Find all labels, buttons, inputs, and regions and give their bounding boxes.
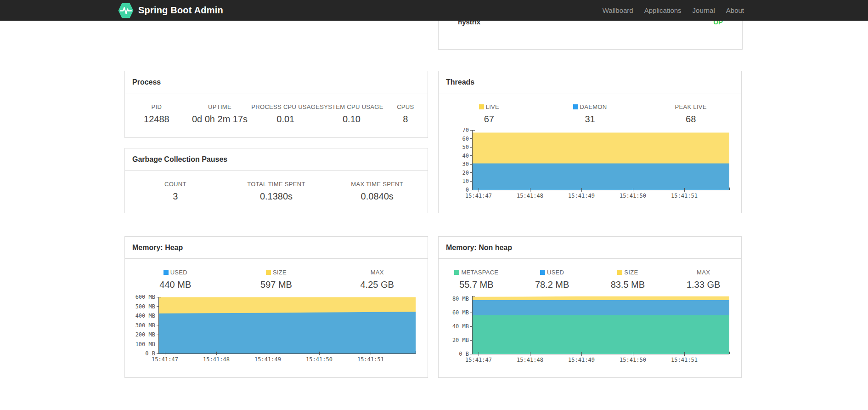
metric-label: SYSTEM CPU USAGE xyxy=(320,103,383,110)
svg-text:0 B: 0 B xyxy=(459,351,469,357)
legend-swatch-daemon xyxy=(573,104,578,109)
svg-text:20: 20 xyxy=(462,170,469,176)
metric-heap-max: MAX 4.25 GB xyxy=(327,269,428,290)
metric-value: 0.1380s xyxy=(226,191,327,202)
svg-text:15:41:49: 15:41:49 xyxy=(568,193,595,199)
threads-card-header: Threads xyxy=(439,71,741,93)
svg-text:10: 10 xyxy=(462,178,469,184)
metric-label: SIZE xyxy=(226,269,327,276)
metric-metaspace: METASPACE 55.7 MB xyxy=(439,269,514,290)
memory-nonheap-chart: 0 B20 MB40 MB60 MB80 MB15:41:4715:41:481… xyxy=(439,294,735,368)
gc-metrics: COUNT 3 TOTAL TIME SPENT 0.1380s MAX TIM… xyxy=(125,171,428,202)
svg-text:0 B: 0 B xyxy=(145,350,155,357)
metric-value: 8 xyxy=(383,114,428,125)
metric-label: CPUS xyxy=(383,103,428,110)
metric-label: PEAK LIVE xyxy=(640,103,741,110)
metric-value: 3 xyxy=(125,191,226,202)
card-title: Memory: Non heap xyxy=(446,244,512,251)
metric-value: 0.01 xyxy=(251,114,320,125)
metric-gc-total-time: TOTAL TIME SPENT 0.1380s xyxy=(226,181,327,202)
metric-value: 78.2 MB xyxy=(514,279,590,290)
metric-system-cpu-usage: SYSTEM CPU USAGE 0.10 xyxy=(320,103,383,125)
legend-swatch-used xyxy=(163,270,169,275)
metric-value: 55.7 MB xyxy=(439,279,514,290)
process-card-header: Process xyxy=(125,71,428,93)
svg-text:15:41:48: 15:41:48 xyxy=(517,193,543,199)
metric-value: 12488 xyxy=(125,114,188,125)
metric-value: 31 xyxy=(540,114,641,125)
metric-label: COUNT xyxy=(125,181,226,188)
svg-text:15:41:48: 15:41:48 xyxy=(203,356,230,363)
svg-text:0: 0 xyxy=(466,187,469,193)
card-title: Threads xyxy=(446,78,474,86)
svg-text:200 MB: 200 MB xyxy=(135,331,155,338)
metric-value: 440 MB xyxy=(125,279,226,290)
svg-text:80 MB: 80 MB xyxy=(452,296,469,302)
svg-text:600 MB: 600 MB xyxy=(135,295,155,300)
nonheap-card-header: Memory: Non heap xyxy=(439,237,741,259)
metric-nonheap-max: MAX 1.33 GB xyxy=(665,269,741,290)
brand[interactable]: Spring Boot Admin xyxy=(118,0,223,21)
svg-text:15:41:51: 15:41:51 xyxy=(671,357,698,363)
metric-value: 67 xyxy=(439,114,540,125)
svg-text:300 MB: 300 MB xyxy=(135,322,155,329)
metric-live-threads: LIVE 67 xyxy=(439,103,540,125)
svg-text:60 MB: 60 MB xyxy=(452,309,469,316)
threads-card: Threads LIVE 67 DAEMON 31 PEAK LIVE 68 0… xyxy=(438,71,742,213)
metric-value: 0d 0h 2m 17s xyxy=(188,114,252,125)
metric-value: 83.5 MB xyxy=(590,279,666,290)
memory-nonheap-card: Memory: Non heap METASPACE 55.7 MB USED … xyxy=(438,236,742,378)
svg-text:70: 70 xyxy=(462,128,469,133)
svg-text:60: 60 xyxy=(462,136,469,142)
threads-chart: 01020304050607015:41:4715:41:4815:41:491… xyxy=(439,128,735,204)
metric-label: MAX xyxy=(327,269,428,276)
metric-nonheap-size: SIZE 83.5 MB xyxy=(590,269,666,290)
pulse-hexagon-logo-icon xyxy=(118,3,134,18)
nav-link-journal[interactable]: Journal xyxy=(687,6,721,14)
metric-label: UPTIME xyxy=(188,103,252,110)
heap-legend: USED 440 MB SIZE 597 MB MAX 4.25 GB xyxy=(125,259,428,290)
svg-text:100 MB: 100 MB xyxy=(135,341,155,347)
metric-label: LIVE xyxy=(439,103,540,110)
nav-link-about[interactable]: About xyxy=(721,6,750,14)
metric-label: DAEMON xyxy=(540,103,641,110)
metric-label: TOTAL TIME SPENT xyxy=(226,181,327,188)
nav-links: Wallboard Applications Journal About xyxy=(597,0,750,21)
svg-text:400 MB: 400 MB xyxy=(135,313,155,319)
metric-cpus: CPUS 8 xyxy=(383,103,428,125)
metric-value: 597 MB xyxy=(226,279,327,290)
svg-text:20 MB: 20 MB xyxy=(452,337,469,343)
memory-heap-card: Memory: Heap USED 440 MB SIZE 597 MB MAX… xyxy=(124,236,428,378)
svg-text:15:41:48: 15:41:48 xyxy=(517,357,543,363)
svg-text:15:41:50: 15:41:50 xyxy=(306,356,333,363)
card-title: Process xyxy=(132,78,161,86)
garbage-collection-card: Garbage Collection Pauses COUNT 3 TOTAL … xyxy=(124,148,428,213)
metric-heap-used: USED 440 MB xyxy=(125,269,226,290)
nav-link-wallboard[interactable]: Wallboard xyxy=(597,6,639,14)
brand-title: Spring Boot Admin xyxy=(138,5,223,16)
metric-uptime: UPTIME 0d 0h 2m 17s xyxy=(188,103,252,125)
card-title: Memory: Heap xyxy=(132,244,183,251)
metric-value: 0.10 xyxy=(320,114,383,125)
metric-peak-live-threads: PEAK LIVE 68 xyxy=(640,103,741,125)
metric-gc-count: COUNT 3 xyxy=(125,181,226,202)
metric-daemon-threads: DAEMON 31 xyxy=(540,103,641,125)
metric-value: 4.25 GB xyxy=(327,279,428,290)
gc-card-header: Garbage Collection Pauses xyxy=(125,148,428,171)
nav-link-applications[interactable]: Applications xyxy=(639,6,687,14)
memory-heap-chart: 0 B100 MB200 MB300 MB400 MB500 MB600 MB1… xyxy=(125,295,421,367)
legend-swatch-size xyxy=(617,270,622,275)
metric-label: PROCESS CPU USAGE xyxy=(251,103,320,110)
metric-label: PID xyxy=(125,103,188,110)
metric-pid: PID 12488 xyxy=(125,103,188,125)
metric-label: MAX TIME SPENT xyxy=(327,181,428,188)
svg-text:15:41:51: 15:41:51 xyxy=(357,356,384,363)
svg-text:40: 40 xyxy=(462,153,469,159)
navbar: Spring Boot Admin Wallboard Applications… xyxy=(0,0,868,21)
card-title: Garbage Collection Pauses xyxy=(132,155,227,163)
metric-label: SIZE xyxy=(590,269,666,276)
process-metrics: PID 12488 UPTIME 0d 0h 2m 17s PROCESS CP… xyxy=(125,93,428,125)
metric-label: USED xyxy=(125,269,226,276)
metric-gc-max-time: MAX TIME SPENT 0.0840s xyxy=(327,181,428,202)
heap-card-header: Memory: Heap xyxy=(125,237,428,259)
